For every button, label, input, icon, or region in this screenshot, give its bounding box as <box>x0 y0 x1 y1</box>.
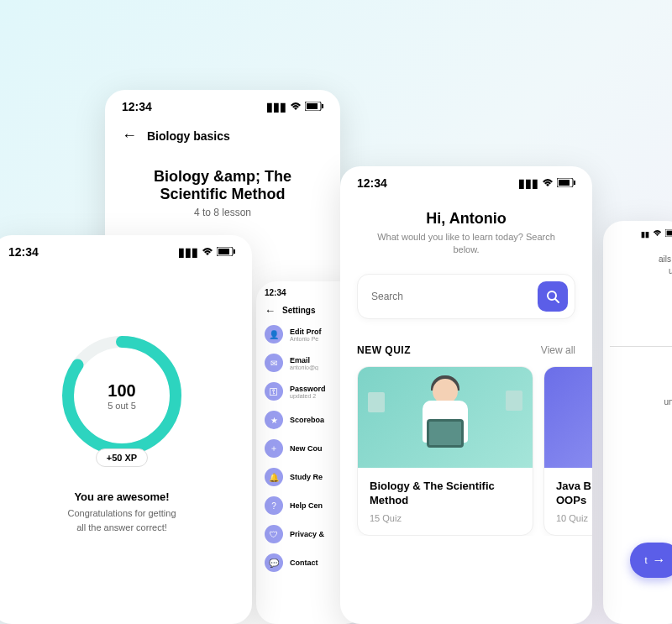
signup-screen-peek: ▮▮ ails tount unt? t → <box>603 221 672 624</box>
wifi-icon <box>290 100 302 113</box>
svg-line-12 <box>555 299 559 302</box>
quiz-count: 15 Quiz <box>370 513 521 523</box>
signal-icon: ▮▮▮ <box>178 245 198 259</box>
wifi-icon <box>202 245 213 259</box>
greeting-subtitle: What would you like to learn today? Sear… <box>365 231 567 257</box>
star-icon: ★ <box>265 411 283 429</box>
quiz-title: Biology & The Scientific Method <box>370 480 521 508</box>
view-all-link[interactable]: View all <box>541 344 575 356</box>
back-icon[interactable]: ← <box>122 127 137 144</box>
quiz-illustration <box>544 367 592 468</box>
score-ring: 100 5 out 5 <box>59 333 185 459</box>
congrats-body-1: Congratulations for getting <box>17 506 227 521</box>
status-bar: 12:34 ▮▮▮ <box>340 166 592 197</box>
greeting-title: Hi, Antonio <box>365 210 567 228</box>
status-icons: ▮▮▮ <box>518 176 575 190</box>
wifi-icon <box>653 229 662 239</box>
quiz-carousel[interactable]: Biology & The Scientific Method 15 Quiz … <box>340 366 592 536</box>
svg-rect-2 <box>322 104 323 108</box>
search-bar[interactable] <box>357 274 575 319</box>
arrow-right-icon: → <box>653 553 666 568</box>
quiz-count: 10 Quiz <box>556 513 592 523</box>
course-title: Biology &amp; The Scientific Method <box>105 151 340 207</box>
chat-icon: 💬 <box>265 553 283 572</box>
search-input[interactable] <box>371 291 538 302</box>
signal-icon: ▮▮▮ <box>266 100 286 113</box>
score-center: 100 5 out 5 <box>108 381 136 411</box>
battery-icon <box>305 100 323 113</box>
svg-rect-5 <box>234 249 235 254</box>
text-fragment: ails tount <box>603 244 672 287</box>
user-icon: 👤 <box>265 325 283 343</box>
status-icons: ▮▮▮ <box>266 100 323 113</box>
svg-rect-14 <box>667 231 672 236</box>
key-icon: ⚿ <box>265 382 283 401</box>
course-subtitle: 4 to 8 lesson <box>105 207 340 218</box>
svg-rect-1 <box>307 103 318 109</box>
wifi-icon <box>542 176 554 190</box>
svg-rect-4 <box>218 249 229 254</box>
quiz-card-biology[interactable]: Biology & The Scientific Method 15 Quiz <box>357 366 533 536</box>
status-time: 12:34 <box>8 245 39 259</box>
next-label: t <box>644 555 647 565</box>
screen-title: Settings <box>282 306 315 315</box>
svg-rect-10 <box>574 181 575 185</box>
section-header: NEW QUIZ View all <box>340 319 592 366</box>
score-value: 100 <box>108 381 136 401</box>
score-screen: 12:34 ▮▮▮ 100 5 out 5 +50 XP You are awe… <box>0 235 252 624</box>
bell-icon: 🔔 <box>265 468 283 486</box>
greeting-block: Hi, Antonio What would you like to learn… <box>340 197 592 274</box>
text-fragment: unt? <box>603 347 672 406</box>
congrats-block: You are awesome! Congratulations for get… <box>0 490 252 534</box>
status-time: 12:34 <box>265 288 286 297</box>
signal-icon: ▮▮ <box>641 230 649 239</box>
congrats-headline: You are awesome! <box>17 490 227 503</box>
signal-icon: ▮▮▮ <box>518 176 538 190</box>
status-bar: 12:34 ▮▮▮ <box>0 235 252 265</box>
search-button[interactable] <box>538 281 568 312</box>
score-sub: 5 out 5 <box>108 401 136 411</box>
back-icon[interactable]: ← <box>265 304 276 317</box>
search-icon <box>546 290 559 303</box>
shield-icon: 🛡 <box>265 525 283 543</box>
svg-rect-9 <box>559 180 570 186</box>
plus-icon: ＋ <box>265 439 283 458</box>
quiz-title: Java B OOPs <box>556 480 592 508</box>
status-time: 12:34 <box>122 100 152 113</box>
status-bar: ▮▮ <box>603 221 672 244</box>
quiz-card-java[interactable]: Java B OOPs 10 Quiz <box>543 366 592 536</box>
battery-icon <box>217 245 235 259</box>
help-icon: ? <box>265 496 283 515</box>
battery-icon <box>665 229 672 239</box>
score-ring-wrap: 100 5 out 5 +50 XP <box>0 333 252 467</box>
status-time: 12:34 <box>357 176 387 190</box>
header-row: ← Biology basics <box>105 120 340 151</box>
status-icons: ▮▮▮ <box>178 245 235 259</box>
status-bar: 12:34 ▮▮▮ <box>105 90 340 120</box>
status-icons: ▮▮ <box>641 229 672 239</box>
section-label: NEW QUIZ <box>357 344 411 356</box>
screen-title: Biology basics <box>147 129 230 143</box>
congrats-body-2: all the answer correct! <box>17 521 227 535</box>
home-screen: 12:34 ▮▮▮ Hi, Antonio What would you lik… <box>340 166 592 624</box>
mail-icon: ✉ <box>265 354 283 372</box>
next-button[interactable]: t → <box>630 543 672 578</box>
battery-icon <box>557 176 575 190</box>
quiz-illustration <box>358 367 533 468</box>
xp-badge: +50 XP <box>96 448 148 467</box>
